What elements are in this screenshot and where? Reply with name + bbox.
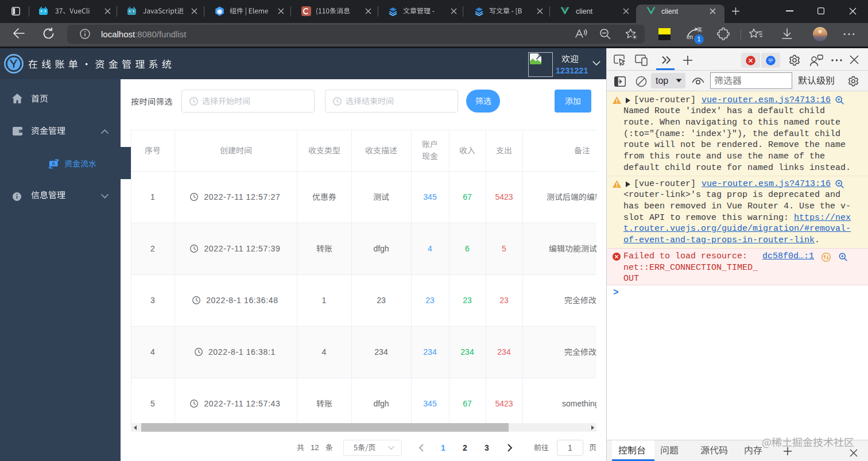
svg-text:英: 英 — [697, 27, 702, 33]
svg-text:en: en — [687, 34, 693, 40]
